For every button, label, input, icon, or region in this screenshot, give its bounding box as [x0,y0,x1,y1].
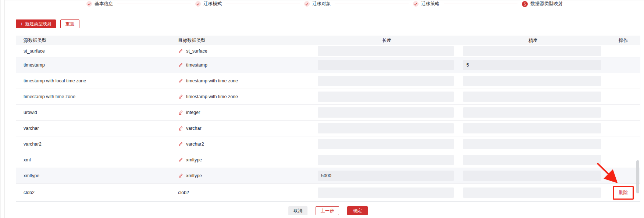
step-connector-line [444,4,517,4]
step-label: 基本信息 [95,1,113,7]
target-type-cell: xmltype [174,173,314,178]
edit-icon[interactable] [178,173,183,178]
new-type-mapping-label: 新建类型映射 [25,21,51,27]
step-done-check-icon [304,1,310,7]
panel-left-border [4,0,4,218]
step-label: 迁移策略 [421,1,440,7]
table-row: timestamp with local time zonetimestamp … [16,73,640,89]
source-type-value: xmltype [16,173,174,178]
table-row: varcharvarchar [16,121,640,136]
precision-cell [459,92,606,102]
length-input[interactable] [318,76,454,86]
step-connector-line [226,4,300,4]
new-type-mapping-button[interactable]: + 新建类型映射 [16,19,56,28]
length-input[interactable] [318,60,454,70]
length-cell [314,123,459,133]
edit-icon[interactable] [178,126,183,131]
length-input[interactable] [318,92,454,102]
action-cell: 删除 [606,186,640,200]
precision-input[interactable] [463,76,601,86]
table-row: xmltypexmltype [16,168,640,184]
precision-input[interactable] [463,139,601,149]
table-row: varchar2varchar2 [16,136,640,152]
precision-cell [459,46,606,56]
length-cell [314,139,459,149]
edit-icon[interactable] [178,110,183,115]
delete-link[interactable]: 删除 [613,186,634,200]
step-done-check-icon [413,1,419,7]
column-header-source-type: 源数据类型 [16,37,174,44]
confirm-button[interactable]: 确定 [347,206,368,215]
target-type-value: clob2 [178,190,189,195]
precision-input[interactable] [463,155,601,165]
source-type-value: timestamp [16,62,174,68]
target-type-cell: xmltype [174,157,314,162]
edit-icon[interactable] [178,62,183,68]
table-row: urowidinteger [16,105,640,121]
length-input[interactable] [318,155,454,165]
wizard-step-4[interactable]: 迁移策略 [413,1,440,7]
target-type-value: varchar [186,126,202,131]
edit-icon[interactable] [178,78,183,83]
length-cell [314,60,459,70]
table-row: clob2clob2删除 [16,184,640,201]
wizard-step-3[interactable]: 迁移对象 [304,1,331,7]
length-input[interactable] [318,107,454,118]
target-type-value: xmltype [186,173,202,178]
step-label: 迁移对象 [312,1,331,7]
length-cell [314,107,459,118]
precision-cell [459,60,606,70]
step-label: 迁移模式 [203,1,222,7]
table-row: xmlxmltype [16,152,640,168]
step-done-check-icon [86,1,92,7]
wizard-step-5[interactable]: 5数据源类型映射 [522,1,563,7]
cancel-button[interactable]: 取消 [288,206,307,215]
target-type-cell: timestamp [174,62,314,68]
step-label: 数据源类型映射 [530,1,563,7]
precision-input[interactable] [463,92,601,102]
wizard-step-1[interactable]: 基本信息 [86,1,113,7]
precision-input[interactable] [463,107,601,118]
length-input[interactable] [318,187,454,198]
length-input[interactable] [318,46,454,56]
edit-icon[interactable] [178,94,183,99]
precision-input[interactable] [463,60,601,70]
length-input[interactable] [318,123,454,133]
edit-icon[interactable] [178,142,183,147]
footer-actions: 取消 上一步 确定 [16,206,640,215]
edit-icon[interactable] [178,49,183,54]
length-input[interactable] [318,171,454,181]
target-type-cell: varchar2 [174,142,314,147]
precision-cell [459,139,606,149]
mapping-table-body: st_surfacest_surfacetimestamptimestampti… [16,45,640,201]
step-done-check-icon [195,1,201,7]
precision-cell [459,171,606,181]
length-input[interactable] [318,139,454,149]
target-type-value: varchar2 [186,142,204,147]
length-cell [314,155,459,165]
target-type-value: integer [186,110,200,115]
precision-input[interactable] [463,123,601,133]
precision-input[interactable] [463,46,601,56]
step-connector-line [335,4,409,4]
toolbar: + 新建类型映射 重置 [16,19,644,28]
target-type-cell: timestamp with time zone [174,78,314,83]
target-type-value: timestamp with time zone [186,78,238,83]
previous-step-button[interactable]: 上一步 [316,206,339,215]
plus-icon: + [20,21,23,26]
precision-input[interactable] [463,171,601,181]
edit-icon[interactable] [178,157,183,162]
source-type-value: varchar [16,126,174,131]
length-cell [314,92,459,102]
precision-input[interactable] [463,187,601,198]
target-type-value: timestamp [186,62,207,68]
target-type-value: st_surface [186,49,207,54]
vertical-scrollbar-thumb[interactable] [636,160,639,193]
precision-cell [459,187,606,198]
target-type-value: timestamp with time zone [186,94,238,99]
length-cell [314,46,459,56]
reset-button[interactable]: 重置 [60,19,79,28]
type-mapping-table: 源数据类型 目标数据类型 长度 精度 操作 st_surfacest_surfa… [16,36,640,202]
precision-cell [459,155,606,165]
wizard-step-2[interactable]: 迁移模式 [195,1,222,7]
